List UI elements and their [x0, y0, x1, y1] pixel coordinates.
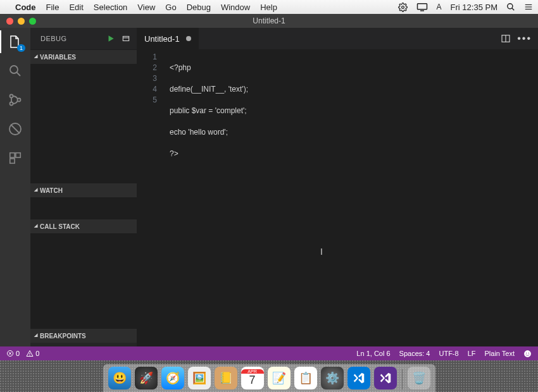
gear-icon[interactable] [398, 3, 408, 12]
vscode-window: Untitled-1 1 DEBUG [0, 14, 538, 360]
section-breakpoints[interactable]: Breakpoints [30, 328, 137, 343]
dock-app-contacts[interactable]: 📒 [215, 367, 237, 389]
svg-point-11 [18, 99, 21, 102]
section-watch[interactable]: Watch [30, 183, 137, 219]
menu-file[interactable]: File [46, 3, 59, 12]
status-bar: 0 0 Ln 1, Col 6 Spaces: 4 UTF-8 LF Plain… [0, 346, 538, 360]
dock-app-preview[interactable]: 🖼️ [188, 367, 211, 389]
split-editor-icon[interactable] [501, 34, 511, 44]
display-icon[interactable] [416, 3, 428, 11]
dock-app-reminders[interactable]: 📋 [294, 367, 317, 389]
menu-go[interactable]: Go [165, 3, 176, 12]
editor-tabs: Untitled-1 ••• [137, 28, 538, 49]
app-menu[interactable]: Code [15, 3, 36, 12]
section-callstack-label: Call Stack [40, 223, 80, 230]
menu-view[interactable]: View [137, 3, 155, 12]
svg-rect-1 [417, 4, 427, 9]
section-variables-label: Variables [40, 54, 76, 61]
svg-line-13 [11, 125, 20, 133]
dock: 😃 🚀 🧭 🖼️ 📒 APR7 📝 📋 ⚙️ 🗑️ [103, 364, 435, 392]
sidebar-title-label: DEBUG [41, 35, 67, 42]
menu-window[interactable]: Window [221, 3, 250, 12]
more-actions-icon[interactable]: ••• [517, 33, 532, 44]
code-content[interactable]: <?php define(__INIT__, 'text'); public $… [165, 49, 248, 346]
svg-rect-18 [123, 37, 128, 41]
text-cursor-icon: I [320, 247, 323, 257]
notification-center-icon[interactable] [524, 3, 533, 11]
svg-rect-14 [10, 153, 15, 157]
svg-point-27 [524, 350, 531, 357]
tab-label: Untitled-1 [144, 34, 180, 44]
section-callstack[interactable]: Call Stack [30, 219, 137, 328]
status-feedback-icon[interactable] [523, 350, 532, 358]
section-variables[interactable]: Variables [30, 49, 137, 183]
editor-group: Untitled-1 ••• 1 2 3 4 5 < [137, 28, 538, 346]
close-window-button[interactable] [6, 18, 13, 25]
section-watch-label: Watch [40, 187, 63, 194]
status-warnings-count: 0 [35, 350, 39, 357]
explorer-icon[interactable]: 1 [6, 33, 24, 51]
menu-edit[interactable]: Edit [69, 3, 83, 12]
activity-bar: 1 [0, 28, 30, 346]
source-control-icon[interactable] [6, 91, 24, 109]
svg-point-7 [10, 66, 18, 73]
svg-line-3 [512, 8, 515, 11]
spotlight-icon[interactable] [506, 3, 515, 11]
code-editor[interactable]: 1 2 3 4 5 <?php define(__INIT__, 'text')… [137, 49, 538, 346]
dock-app-calendar[interactable]: APR7 [241, 367, 264, 389]
explorer-badge: 1 [17, 44, 25, 52]
svg-point-0 [401, 6, 404, 8]
svg-point-2 [508, 4, 513, 9]
dock-app-sysprefs[interactable]: ⚙️ [321, 367, 344, 389]
desktop: 😃 🚀 🧭 🖼️ 📒 APR7 📝 📋 ⚙️ 🗑️ [0, 360, 538, 392]
sidebar-title: DEBUG [30, 28, 137, 49]
svg-rect-16 [10, 159, 15, 163]
window-titlebar: Untitled-1 [0, 14, 538, 28]
dock-separator [402, 369, 403, 389]
status-indentation[interactable]: Spaces: 4 [399, 350, 430, 358]
status-errors-count: 0 [16, 350, 20, 357]
status-eol[interactable]: LF [468, 350, 476, 358]
menu-help[interactable]: Help [260, 3, 277, 12]
macos-menubar: Code File Edit Selection View Go Debug W… [0, 0, 538, 14]
tab-untitled-1[interactable]: Untitled-1 [137, 28, 199, 49]
dock-app-visualstudio[interactable] [374, 367, 397, 389]
status-encoding[interactable]: UTF-8 [439, 350, 458, 358]
svg-point-9 [10, 95, 13, 98]
dock-app-notes[interactable]: 📝 [268, 367, 291, 389]
menu-debug[interactable]: Debug [187, 3, 211, 12]
status-errors[interactable]: 0 [6, 350, 20, 357]
dock-app-trash[interactable]: 🗑️ [408, 367, 430, 389]
minimize-window-button[interactable] [18, 18, 25, 25]
svg-point-28 [526, 352, 527, 353]
status-language[interactable]: Plain Text [485, 350, 515, 358]
dock-app-finder[interactable]: 😃 [108, 367, 131, 389]
tab-dirty-indicator-icon [186, 36, 191, 41]
dock-app-vscode[interactable] [347, 367, 370, 389]
debug-config-icon[interactable] [122, 34, 130, 43]
keyboard-icon[interactable]: A [437, 3, 442, 11]
debug-sidebar: DEBUG Variables Watch Call S [30, 28, 137, 346]
menu-selection[interactable]: Selection [94, 3, 127, 12]
svg-rect-15 [16, 153, 20, 157]
debug-icon[interactable] [6, 120, 24, 138]
svg-marker-17 [109, 35, 114, 41]
svg-point-10 [10, 102, 13, 106]
menubar-clock[interactable]: Fri 12:35 PM [451, 3, 497, 12]
search-icon[interactable] [6, 62, 24, 80]
zoom-window-button[interactable] [29, 18, 36, 25]
svg-point-26 [30, 355, 30, 356]
status-cursor-position[interactable]: Ln 1, Col 6 [356, 350, 390, 358]
extensions-icon[interactable] [6, 149, 24, 167]
status-warnings[interactable]: 0 [26, 350, 39, 357]
section-breakpoints-label: Breakpoints [40, 333, 86, 340]
dock-app-launchpad[interactable]: 🚀 [135, 367, 158, 389]
start-debug-icon[interactable] [106, 34, 115, 43]
window-title: Untitled-1 [253, 16, 285, 25]
dock-app-safari[interactable]: 🧭 [161, 367, 184, 389]
svg-point-29 [529, 352, 529, 353]
svg-line-8 [17, 73, 21, 77]
line-number-gutter: 1 2 3 4 5 [137, 49, 165, 346]
